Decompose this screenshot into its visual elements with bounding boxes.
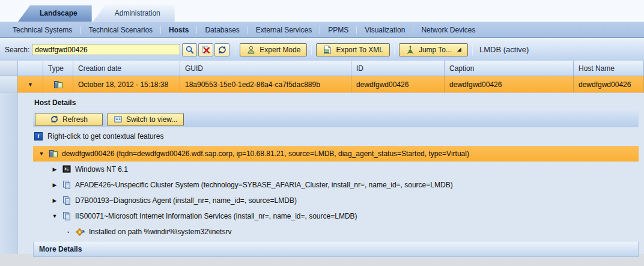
- refresh-button[interactable]: Refresh: [35, 113, 103, 126]
- column-header-expand: [18, 61, 43, 76]
- column-header-creation-date[interactable]: Creation date: [73, 61, 180, 76]
- tab-landscape-label: Landscape: [40, 9, 77, 17]
- tree-item-iis[interactable]: ▼ IIS00071~Microsoft Internet Informatio…: [33, 208, 639, 224]
- contextual-hint-row: i Right-click to get contextual features: [33, 127, 639, 145]
- search-button[interactable]: [182, 43, 197, 56]
- installed-path-icon: [76, 227, 85, 237]
- technical-system-icon: [62, 211, 71, 221]
- column-header-type[interactable]: Type: [43, 61, 73, 76]
- tab-landscape[interactable]: Landscape: [18, 5, 92, 22]
- tree-item-host-root[interactable]: ▼ dewdfgwd00426 (fqdn=dewdfgwd00426.wdf.…: [33, 146, 639, 162]
- tab-administration-label: Administration: [115, 9, 160, 17]
- menu-triangle-icon: [457, 47, 461, 52]
- nav-item-databases[interactable]: Databases: [197, 26, 247, 34]
- info-icon: i: [34, 132, 43, 141]
- tab-administration[interactable]: Administration: [93, 5, 175, 22]
- expert-mode-button[interactable]: Expert Mode: [240, 43, 307, 56]
- xml-document-icon: xml: [323, 45, 332, 55]
- refresh-icon: [217, 45, 227, 55]
- column-header-caption[interactable]: Caption: [445, 61, 574, 76]
- technical-system-icon: [62, 196, 71, 205]
- refresh-icon: [50, 115, 59, 124]
- toolbar-divider: [311, 44, 312, 55]
- landscape-navbar: Technical Systems Technical Scenarios Ho…: [0, 22, 644, 38]
- tree-item-cluster-system[interactable]: ▶ AFADE426~Unspecific Cluster System (te…: [33, 177, 639, 193]
- row-guid: 18a90553-15e0-1ed2-86a4-ca7f5dac889b: [180, 76, 351, 93]
- host-icon: [53, 80, 63, 89]
- contextual-hint-text: Right-click to get contextual features: [47, 132, 163, 141]
- leaf-bullet-icon: ▪: [65, 229, 72, 235]
- column-header-id[interactable]: ID: [351, 61, 445, 76]
- host-tree: ▼ dewdfgwd00426 (fqdn=dewdfgwd00426.wdf.…: [33, 146, 639, 240]
- column-header-selector: [0, 61, 18, 76]
- tree-item-diagnostics-agent[interactable]: ▶ D7B00193~Diagnostics Agent (install_nr…: [33, 193, 639, 208]
- red-x-icon: [201, 45, 211, 55]
- collapsed-toggle-icon[interactable]: ▶: [51, 166, 58, 172]
- collapsed-toggle-icon[interactable]: ▶: [51, 182, 58, 188]
- row-expanded-icon[interactable]: ▼: [28, 82, 33, 88]
- nav-item-external-services[interactable]: External Services: [248, 26, 320, 34]
- tree-item-label: IIS00071~Microsoft Internet Information …: [75, 212, 357, 220]
- column-header-host-name[interactable]: Host Name: [574, 61, 644, 76]
- switch-to-view-button[interactable]: Switch to view...: [107, 113, 184, 126]
- magnifier-icon: [185, 45, 195, 55]
- host-details-panel: Host Details Refresh S: [0, 93, 644, 265]
- collapsed-toggle-icon[interactable]: ▶: [51, 198, 58, 204]
- jump-to-icon: [406, 45, 415, 55]
- tree-item-label: AFADE426~Unspecific Cluster System (tech…: [75, 181, 453, 189]
- export-xml-button[interactable]: xml Export To XML: [316, 43, 389, 56]
- search-label: Search:: [5, 46, 29, 54]
- host-icon: [49, 149, 58, 159]
- tree-item-label: dewdfgwd00426 (fqdn=dewdfgwd00426.wdf.sa…: [62, 150, 469, 158]
- technical-system-icon: [62, 180, 71, 190]
- top-tab-bar: Landscape Administration: [0, 0, 644, 22]
- operating-system-icon: [62, 165, 71, 174]
- nav-item-network-devices[interactable]: Network Devices: [413, 26, 483, 34]
- search-input[interactable]: [32, 44, 180, 55]
- person-icon: [246, 45, 256, 55]
- tree-item-operating-system[interactable]: ▶ Windows NT 6.1: [33, 162, 639, 177]
- lmdb-status-text: LMDB (active): [479, 45, 529, 54]
- jump-to-button[interactable]: Jump To...: [399, 43, 468, 56]
- tree-item-label: Installed on path %windir%\system32\inet…: [89, 228, 231, 236]
- refresh-label: Refresh: [62, 115, 88, 124]
- row-selector-strip: [0, 93, 18, 254]
- clear-search-button[interactable]: [198, 43, 213, 56]
- expanded-toggle-icon[interactable]: ▼: [51, 213, 58, 219]
- nav-item-visualization[interactable]: Visualization: [357, 26, 413, 34]
- host-details-title: Host Details: [33, 93, 639, 111]
- jump-to-label: Jump To...: [419, 46, 452, 54]
- row-expander-cell[interactable]: ▼: [18, 76, 43, 93]
- switch-to-view-label: Switch to view...: [126, 115, 177, 124]
- expert-mode-label: Expert Mode: [260, 46, 300, 54]
- refresh-search-button[interactable]: [214, 43, 229, 56]
- svg-text:xml: xml: [324, 50, 329, 53]
- row-host-name: dewdfgwd00426: [574, 76, 644, 93]
- nav-item-technical-systems[interactable]: Technical Systems: [5, 26, 80, 34]
- nav-item-ppms[interactable]: PPMS: [320, 26, 356, 34]
- row-creation-date: October 18, 2012 - 15:18:38: [73, 76, 180, 93]
- row-caption: dewdfgwd00426: [445, 76, 574, 93]
- more-details-section-header[interactable]: More Details: [33, 241, 639, 257]
- toolbar-divider: [235, 44, 235, 55]
- row-selector-cell[interactable]: [0, 76, 18, 93]
- nav-item-hosts[interactable]: Hosts: [161, 26, 196, 34]
- details-toolbar: Refresh Switch to view...: [33, 111, 639, 127]
- row-id: dewdfgwd00426: [351, 76, 445, 93]
- tree-item-label: D7B00193~Diagnostics Agent (install_nr=,…: [75, 196, 297, 205]
- toolbar-divider: [394, 44, 395, 55]
- expanded-toggle-icon[interactable]: ▼: [38, 151, 45, 157]
- row-type-cell: [43, 76, 73, 93]
- hosts-result-table: Type Creation date GUID ID Caption Host …: [0, 61, 644, 93]
- more-details-label: More Details: [39, 245, 82, 253]
- toolbar-divider: [472, 44, 473, 55]
- column-header-guid[interactable]: GUID: [180, 61, 351, 76]
- tree-item-label: Windows NT 6.1: [75, 165, 128, 174]
- nav-item-technical-scenarios[interactable]: Technical Scenarios: [80, 26, 160, 34]
- export-xml-label: Export To XML: [336, 46, 383, 54]
- search-toolbar: Search: Expert Mode: [0, 38, 644, 61]
- switch-view-icon: [114, 115, 123, 124]
- tree-item-installed-path[interactable]: ▪ Installed on path %windir%\system32\in…: [33, 224, 639, 240]
